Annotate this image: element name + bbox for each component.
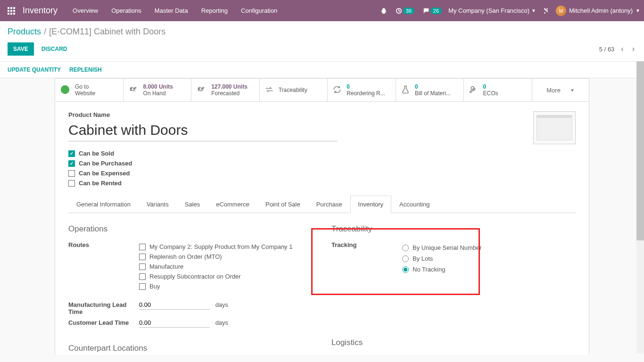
checkbox-route-1[interactable] (139, 254, 146, 260)
cubes-icon (196, 84, 206, 96)
settings-icon[interactable] (541, 6, 551, 16)
discard-button[interactable]: DISCARD (38, 42, 71, 56)
chevron-down-icon: ▼ (570, 88, 575, 93)
mfg-lead-label: Manufacturing Lead Time (68, 300, 139, 315)
breadcrumb-current: [E-COM11] Cabinet with Doors (49, 27, 165, 37)
checkbox-can-be-rented[interactable] (68, 180, 75, 187)
tab-accounting[interactable]: Accounting (391, 196, 438, 213)
svg-rect-3 (8, 10, 9, 12)
tracking-label: Tracking (331, 240, 402, 248)
traceability-title: Traceability (331, 224, 576, 234)
tab-inventory[interactable]: Inventory (350, 196, 391, 213)
pager-text: 5 / 63 (599, 46, 615, 53)
stat-go-to-website[interactable]: Go to Website (55, 79, 124, 101)
svg-rect-2 (13, 7, 15, 9)
nav-reporting[interactable]: Reporting (196, 1, 233, 20)
pager: 5 / 63 ‹ › (599, 43, 636, 55)
activity-icon[interactable]: 38 (394, 6, 416, 16)
update-quantity-button[interactable]: UPDATE QUANTITY (8, 66, 61, 73)
checkbox-route-0[interactable] (139, 244, 146, 250)
svg-rect-6 (8, 13, 9, 15)
chevron-down-icon: ▼ (531, 8, 536, 13)
radio-no-tracking[interactable] (402, 266, 409, 273)
stat-traceability[interactable]: Traceability (260, 79, 328, 101)
checkbox-can-be-sold[interactable] (68, 150, 75, 157)
user-selector[interactable]: M Mitchell Admin (antony) ▼ (556, 6, 640, 16)
nav-operations[interactable]: Operations (106, 1, 147, 20)
breadcrumb-parent[interactable]: Products (8, 27, 41, 37)
form-card: Go to Website 8.000 Units On Hand 127.00… (55, 78, 589, 355)
breadcrumb-separator: / (44, 27, 46, 37)
company-name: My Company (San Francisco) (448, 7, 529, 14)
svg-point-10 (61, 85, 69, 93)
tab-content-inventory: Operations Routes My Company 2: Supply P… (68, 213, 576, 355)
pager-next[interactable]: › (630, 43, 636, 55)
radio-serial[interactable] (402, 245, 409, 251)
logistics-title: Logistics (331, 338, 576, 347)
breadcrumb: Products / [E-COM11] Cabinet with Doors (0, 21, 644, 39)
tab-purchase[interactable]: Purchase (308, 196, 350, 213)
nav-items: Overview Operations Master Data Reportin… (67, 1, 283, 20)
actions-row: SAVE DISCARD 5 / 63 ‹ › (0, 39, 644, 62)
tabs: General Information Variants Sales eComm… (68, 195, 576, 213)
discuss-badge: 26 (430, 8, 442, 14)
tab-general-information[interactable]: General Information (68, 196, 139, 213)
tab-variants[interactable]: Variants (139, 196, 177, 213)
svg-rect-0 (8, 7, 9, 9)
svg-rect-7 (10, 13, 12, 15)
user-name: Mitchell Admin (antony) (569, 7, 633, 14)
tab-sales[interactable]: Sales (177, 196, 208, 213)
replenish-button[interactable]: REPLENISH (69, 66, 102, 73)
chevron-down-icon: ▼ (636, 8, 640, 13)
nav-configuration[interactable]: Configuration (235, 1, 283, 20)
subactions: UPDATE QUANTITY REPLENISH (0, 62, 644, 78)
product-flags: Can be Sold Can be Purchased Can be Expe… (68, 150, 576, 187)
discuss-icon[interactable]: 26 (421, 6, 444, 16)
checkbox-route-3[interactable] (139, 273, 146, 280)
pager-prev[interactable]: ‹ (619, 43, 625, 55)
stat-more[interactable]: More ▼ (532, 79, 589, 101)
product-image[interactable] (533, 111, 576, 144)
stat-ecos[interactable]: 0 ECOs (464, 79, 532, 101)
form-body: Product Name Can be Sold Can be Purchase… (55, 102, 589, 355)
mfg-lead-input[interactable] (139, 300, 210, 310)
product-name-label: Product Name (68, 111, 337, 118)
col-operations: Operations Routes My Company 2: Supply P… (68, 224, 313, 355)
stat-reordering[interactable]: 0 Reordering R... (328, 79, 396, 101)
flask-icon (401, 85, 410, 96)
tab-point-of-sale[interactable]: Point of Sale (257, 196, 308, 213)
stat-on-hand[interactable]: 8.000 Units On Hand (124, 79, 192, 101)
cubes-icon (128, 84, 139, 96)
svg-rect-8 (13, 13, 15, 15)
save-button[interactable]: SAVE (8, 42, 34, 56)
topbar-right: 38 26 My Company (San Francisco) ▼ M Mit… (379, 6, 640, 16)
checkbox-route-4[interactable] (139, 283, 146, 290)
routes-list: My Company 2: Supply Product from My Com… (139, 240, 313, 293)
product-name-input[interactable] (68, 121, 337, 141)
tracking-options: By Unique Serial Number By Lots No Track… (402, 240, 576, 277)
apps-icon[interactable] (4, 3, 19, 18)
nav-master-data[interactable]: Master Data (149, 1, 194, 20)
globe-icon (60, 84, 70, 96)
cust-lead-label: Customer Lead Time (68, 318, 139, 326)
checkbox-can-be-purchased[interactable] (68, 160, 75, 167)
checkbox-can-be-expensed[interactable] (68, 170, 75, 177)
svg-rect-1 (10, 7, 12, 9)
stat-forecasted[interactable]: 127.000 Units Forecasted (191, 79, 260, 101)
operations-title: Operations (68, 224, 313, 234)
nav-overview[interactable]: Overview (67, 1, 104, 20)
activity-badge: 38 (403, 8, 414, 14)
app-name[interactable]: Inventory (23, 6, 58, 16)
scrollbar-thumb[interactable] (636, 61, 644, 240)
bug-icon[interactable] (379, 6, 389, 16)
radio-lots[interactable] (402, 255, 409, 262)
cust-lead-input[interactable] (139, 318, 210, 328)
tab-ecommerce[interactable]: eCommerce (208, 196, 257, 213)
refresh-icon (332, 85, 342, 96)
stat-bom[interactable]: 0 Bill of Materi... (396, 79, 464, 101)
checkbox-route-2[interactable] (139, 263, 146, 270)
scrollbar[interactable] (636, 61, 644, 354)
wrench-icon (469, 85, 478, 96)
product-image-thumb (537, 115, 572, 140)
company-selector[interactable]: My Company (San Francisco) ▼ (448, 7, 536, 14)
